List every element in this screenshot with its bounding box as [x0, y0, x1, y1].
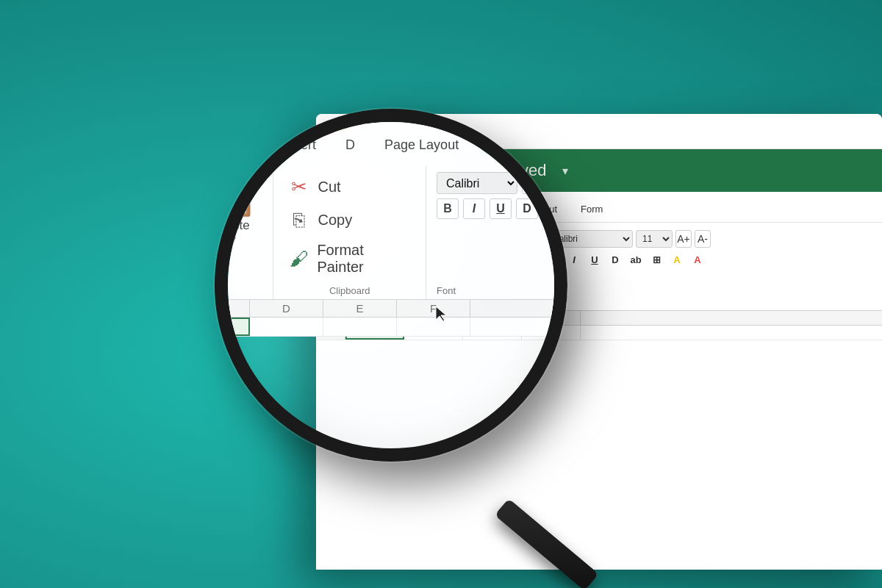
subscript-button[interactable]: ab — [627, 251, 645, 268]
title-bar: ▾ ‹ › — [316, 114, 882, 149]
format-painter-button[interactable]: 🖌 Format Painter — [427, 273, 529, 293]
cell-d1[interactable] — [404, 326, 463, 340]
clipboard-items: ✂ Cut ⎘ Copy 🖌 Format Painter — [427, 230, 529, 299]
app-name: Excel — [366, 159, 420, 182]
borders-button[interactable]: ⊞ — [648, 251, 665, 268]
maximize-button[interactable] — [353, 126, 362, 136]
paste-label: Paste — [379, 259, 401, 270]
font-size-select[interactable]: 11 — [636, 230, 673, 248]
col-header-e: E — [463, 311, 522, 325]
underline-button[interactable]: U — [586, 251, 603, 268]
font-row1: Calibri 11 A+ A- — [545, 230, 875, 248]
spreadsheet-area: C D E F 1 — [316, 311, 882, 340]
redo-button[interactable]: ↻ — [328, 265, 348, 285]
col-header-c: C — [345, 311, 404, 325]
undo-button[interactable]: ↺ — [328, 238, 348, 259]
bold-button[interactable]: B — [545, 251, 562, 268]
app-title-ribbon: Excel Book1 - Saved ▾ — [316, 149, 882, 192]
chevron-down-icon[interactable]: ▾ — [402, 121, 423, 142]
apps-grid-icon[interactable] — [331, 162, 348, 179]
nav-arrows: ‹ › — [434, 123, 471, 140]
menu-page-layout[interactable]: Page Layout — [493, 198, 567, 222]
menu-formulas[interactable]: Form — [570, 198, 613, 222]
svg-rect-0 — [384, 126, 388, 131]
traffic-lights — [325, 126, 362, 136]
font-section: Calibri 11 A+ A- B I U D ab ⊞ A A Font — [537, 227, 882, 310]
svg-rect-3 — [390, 132, 394, 137]
menu-file[interactable]: File — [326, 198, 362, 222]
format-painter-icon: 🖌 — [431, 276, 448, 291]
paste-section: 📋 Paste ▾ Clipboard — [361, 227, 420, 310]
clipboard-label: Clipboard — [427, 299, 529, 310]
fill-color-button[interactable]: A — [668, 251, 686, 268]
cut-button[interactable]: ✂ Cut — [427, 230, 529, 251]
toolbar-icons: ▾ — [379, 121, 423, 142]
paste-icon: 📋 — [373, 232, 406, 258]
paste-button[interactable]: 📋 Paste — [373, 232, 406, 291]
menu-draw[interactable]: D — [463, 198, 490, 222]
strikethrough-button[interactable]: D — [606, 251, 624, 268]
font-name-select[interactable]: Calibri — [545, 230, 633, 248]
font-section-label: Font — [545, 299, 875, 310]
ribbon: ↺ ↻ Undo 📋 Paste ▾ Clipboard ✂ Cut ⎘ Co — [316, 223, 882, 311]
cut-label: Cut — [453, 234, 470, 246]
nav-back-icon[interactable]: ‹ — [434, 123, 452, 140]
italic-button[interactable]: I — [565, 251, 583, 268]
close-button[interactable] — [325, 126, 334, 136]
font-size-increase[interactable]: A+ — [675, 230, 692, 248]
minimize-button[interactable] — [339, 126, 348, 136]
cell-e1[interactable] — [463, 326, 522, 340]
document-name: Book1 - Saved — [440, 161, 546, 180]
cell-c1[interactable] — [345, 326, 404, 340]
font-color-button[interactable]: A — [689, 251, 706, 268]
clipboard-section: ✂ Cut ⎘ Copy 🖌 Format Painter Clipboard — [420, 227, 537, 310]
menu-bar: File Home Insert D Page Layout Form — [316, 192, 882, 223]
layout-icon[interactable] — [379, 121, 399, 142]
row-number-1: 1 — [316, 326, 345, 340]
menu-home[interactable]: Home — [365, 198, 412, 222]
copy-button[interactable]: ⎘ Copy — [427, 252, 529, 272]
copy-icon: ⎘ — [431, 254, 448, 270]
menu-insert[interactable]: Insert — [415, 198, 460, 222]
col-header-d: D — [404, 311, 463, 325]
font-row2: B I U D ab ⊞ A A — [545, 251, 875, 268]
col-header-f: F — [522, 311, 581, 325]
svg-rect-2 — [384, 132, 388, 137]
copy-label: Copy — [453, 257, 478, 268]
undo-section: ↺ ↻ Undo — [316, 227, 361, 310]
corner-cell — [316, 311, 345, 325]
column-headers: C D E F — [316, 311, 882, 326]
cell-f1[interactable] — [522, 326, 581, 340]
clipboard-section-label: Clipboard — [371, 299, 409, 310]
undo-label: Undo — [329, 291, 347, 299]
paste-dropdown-icon[interactable]: ▾ — [388, 291, 392, 299]
format-painter-label: Format Painter — [453, 278, 522, 290]
table-row: 1 — [316, 326, 882, 340]
excel-window: ▾ ‹ › Excel Book1 - Saved ▾ File Home In… — [316, 114, 882, 570]
cut-icon: ✂ — [431, 232, 448, 248]
nav-forward-icon[interactable]: › — [453, 123, 471, 140]
font-size-decrease[interactable]: A- — [695, 230, 711, 248]
doc-chevron-icon[interactable]: ▾ — [562, 164, 568, 178]
svg-rect-1 — [390, 126, 394, 131]
